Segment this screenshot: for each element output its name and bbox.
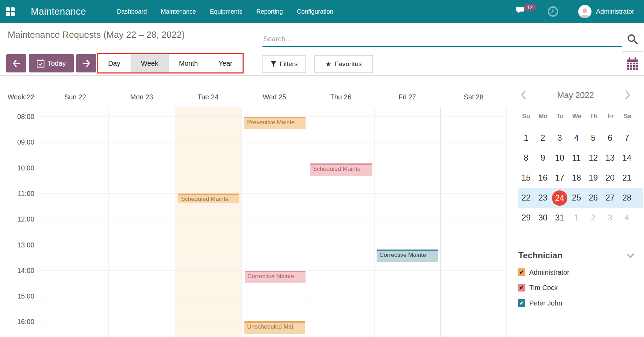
technician-filter-administrator[interactable]: ✔Administrator (518, 265, 637, 280)
calendar-event-unscheduled-mai-wed-25[interactable]: Unscheduled Mai (244, 321, 305, 334)
minical-weekday-tu: Tu (552, 113, 568, 120)
chevron-down-icon[interactable] (626, 253, 634, 260)
minical-date-29[interactable]: 29 (518, 213, 534, 223)
minical-date-25[interactable]: 25 (568, 193, 585, 203)
minical-date-6[interactable]: 6 (602, 133, 618, 143)
calendar-event-corrective-mainte-wed-25[interactable]: Corrective Mainte (245, 271, 306, 283)
minical-date-26[interactable]: 26 (585, 193, 602, 203)
nav-menu-item-equipments[interactable]: Equipments (209, 6, 243, 17)
nav-menu-item-dashboard[interactable]: Dashboard (116, 6, 148, 17)
activities-button[interactable] (547, 6, 559, 17)
search-input[interactable] (262, 33, 622, 47)
minical-date-3-next-month[interactable]: 3 (602, 213, 618, 223)
control-panel: Maintenance Requests (May 22 – 28, 2022)… (0, 23, 644, 76)
calendar-event-preventive-mainte-wed-25[interactable]: Preventive Mainte (244, 117, 306, 129)
minical-date-4[interactable]: 4 (568, 133, 585, 143)
technician-name-label: Peter John (529, 299, 562, 307)
minical-weekday-sa: Sa (619, 113, 636, 120)
minical-weekday-mo: Mo (534, 113, 551, 120)
minical-date-1[interactable]: 1 (518, 133, 534, 143)
checkbox-checked-icon[interactable]: ✔ (518, 268, 525, 276)
checkbox-checked-icon[interactable]: ✔ (518, 284, 525, 292)
minical-date-18[interactable]: 18 (568, 173, 585, 183)
minical-date-31[interactable]: 31 (551, 213, 568, 223)
previous-period-button[interactable] (6, 54, 26, 72)
day-header-thu-26[interactable]: Thu 26 (308, 93, 374, 101)
day-header-sun-22[interactable]: Sun 22 (42, 93, 108, 101)
week-number-label: Week 22 (0, 93, 42, 101)
technician-filter-peter-john[interactable]: ✔Peter John (518, 295, 637, 311)
main-menu: DashboardMaintenanceEquipmentsReportingC… (116, 6, 334, 17)
minical-date-14[interactable]: 14 (618, 153, 635, 163)
today-button[interactable]: Today (29, 54, 74, 72)
calendar-sidebar: May 2022 SuMoTuWeThFrSa 1234567891011121… (507, 76, 644, 337)
minical-date-9[interactable]: 9 (534, 153, 551, 163)
nav-menu-item-reporting[interactable]: Reporting (255, 6, 284, 17)
minical-date-11[interactable]: 11 (568, 153, 585, 163)
technician-filter-tim-cock[interactable]: ✔Tim Cock (518, 280, 637, 295)
minical-date-12[interactable]: 12 (585, 153, 602, 163)
calendar-week-grid[interactable]: 08:0009:0010:0011:0012:0013:0014:0015:00… (0, 107, 507, 337)
search-button[interactable] (627, 34, 638, 46)
view-mode-year[interactable]: Year (208, 54, 242, 72)
nav-menu-item-maintenance[interactable]: Maintenance (160, 6, 197, 17)
hour-label-09-00: 09:00 (0, 138, 34, 146)
minical-week-row: 15161718192021 (518, 168, 643, 188)
minical-date-20[interactable]: 20 (602, 173, 618, 183)
calendar-event-scheduled-mainte-tue-24[interactable]: Scheduled Mainte (178, 194, 239, 203)
minical-date-2-next-month[interactable]: 2 (585, 213, 602, 223)
minical-date-24[interactable]: 24 (551, 190, 568, 206)
minical-date-16[interactable]: 16 (534, 173, 551, 183)
hour-label-14-00: 14:00 (0, 266, 34, 274)
view-mode-day[interactable]: Day (98, 54, 131, 72)
minical-date-4-next-month[interactable]: 4 (618, 213, 635, 223)
nav-menu-item-configuration[interactable]: Configuration (296, 6, 334, 17)
calendar-event-corrective-mainte-fri-27[interactable]: Corrective Mainte (377, 250, 438, 262)
day-header-wed-25[interactable]: Wed 25 (241, 93, 308, 101)
minical-date-28[interactable]: 28 (618, 193, 635, 203)
minical-date-27[interactable]: 27 (602, 193, 618, 203)
favorites-button[interactable]: ★ Favorites (314, 55, 373, 73)
minical-date-17[interactable]: 17 (551, 173, 568, 183)
minical-next-month-button[interactable] (625, 90, 631, 100)
user-avatar[interactable] (578, 5, 592, 18)
minical-date-15[interactable]: 15 (518, 173, 534, 183)
filter-funnel-icon (271, 61, 276, 67)
day-header-tue-24[interactable]: Tue 24 (175, 93, 241, 101)
app-brand[interactable]: Maintenance (31, 6, 86, 17)
day-column-line (175, 107, 175, 337)
minical-date-30[interactable]: 30 (534, 213, 551, 223)
minical-date-10[interactable]: 10 (551, 153, 568, 163)
top-navbar: Maintenance DashboardMaintenanceEquipmen… (0, 0, 644, 23)
minical-date-7[interactable]: 7 (618, 133, 635, 143)
toggle-sidebar-calendar-button[interactable] (626, 57, 639, 72)
hour-label-13-00: 13:00 (0, 241, 34, 249)
user-menu[interactable]: Administrator (596, 8, 634, 15)
apps-grid-icon[interactable] (6, 7, 15, 16)
messages-button[interactable]: 12 (516, 5, 531, 19)
day-header-sat-28[interactable]: Sat 28 (440, 93, 507, 101)
minical-date-3[interactable]: 3 (551, 133, 568, 143)
minical-date-23[interactable]: 23 (534, 193, 551, 203)
minical-date-13[interactable]: 13 (602, 153, 618, 163)
minical-date-5[interactable]: 5 (585, 133, 602, 143)
checkbox-checked-icon[interactable]: ✔ (518, 299, 525, 307)
minical-week-row: 2930311234 (518, 208, 643, 228)
calendar-picker-icon (626, 57, 639, 71)
minical-date-21[interactable]: 21 (618, 173, 635, 183)
filters-button[interactable]: Filters (262, 55, 306, 73)
day-header-fri-27[interactable]: Fri 27 (374, 93, 441, 101)
view-mode-month[interactable]: Month (169, 54, 208, 72)
day-header-mon-23[interactable]: Mon 23 (108, 93, 175, 101)
calendar-event-scheduled-mainte-thu-26[interactable]: Scheduled Mainte (310, 163, 372, 176)
next-period-button[interactable] (76, 54, 96, 72)
minical-weekday-we: We (568, 113, 585, 120)
minical-date-19[interactable]: 19 (585, 173, 602, 183)
minical-week-row: 891011121314 (518, 148, 643, 168)
view-mode-week[interactable]: Week (131, 54, 169, 72)
day-column-line (440, 107, 441, 337)
minical-date-2[interactable]: 2 (534, 133, 551, 143)
minical-date-22[interactable]: 22 (518, 193, 534, 203)
minical-date-1-next-month[interactable]: 1 (568, 213, 585, 223)
minical-date-8[interactable]: 8 (518, 153, 534, 163)
